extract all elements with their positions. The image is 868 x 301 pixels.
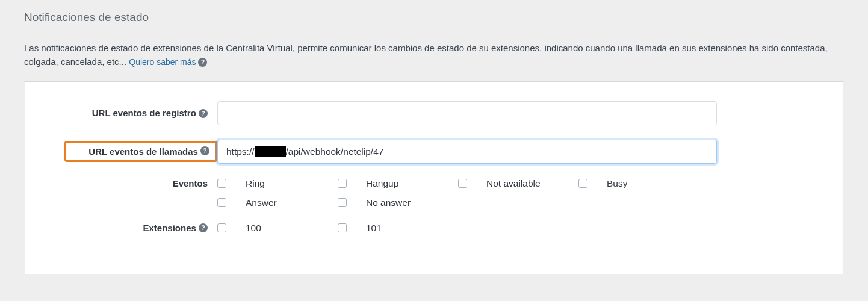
label-eventos: Eventos [37, 178, 217, 188]
checkbox-answer[interactable] [217, 198, 226, 207]
label-extensiones: Extensiones ? [37, 223, 217, 234]
help-icon[interactable]: ? [199, 223, 208, 232]
settings-card: URL eventos de registro ? URL eventos de… [24, 81, 844, 274]
label-url-llamadas-text: URL eventos de llamadas [88, 146, 197, 157]
extension-label: 101 [366, 223, 382, 234]
section-title: Notificaciones de estado [24, 11, 844, 24]
checkbox-ext-100[interactable] [217, 223, 226, 232]
checkbox-ext-101[interactable] [338, 223, 347, 232]
checkbox-ring[interactable] [217, 179, 226, 188]
evento-label: Hangup [366, 178, 398, 189]
extensiones-grid: 100 101 [217, 223, 717, 234]
help-icon: ? [198, 58, 207, 67]
row-extensiones: Extensiones ? 100 101 [37, 223, 831, 234]
extension-100: 100 [217, 223, 338, 234]
label-url-registro: URL eventos de registro ? [37, 108, 217, 119]
redacted-host [255, 146, 286, 157]
eventos-grid: Ring Hangup Not available Busy Answer [217, 178, 717, 208]
evento-hangup: Hangup [338, 178, 458, 189]
url-suffix: /api/webhook/netelip/47 [286, 146, 384, 157]
evento-busy: Busy [578, 178, 699, 189]
evento-answer: Answer [217, 197, 338, 208]
evento-label: Answer [246, 197, 277, 208]
checkbox-no-answer[interactable] [338, 198, 347, 207]
extension-label: 100 [246, 223, 261, 234]
learn-more-text: Quiero saber más [129, 57, 196, 67]
label-extensiones-text: Extensiones [143, 223, 196, 233]
evento-label: Busy [607, 178, 627, 189]
input-url-llamadas[interactable]: https:///api/webhook/netelip/47 [217, 140, 717, 164]
evento-not-available: Not available [458, 178, 578, 189]
help-icon[interactable]: ? [199, 109, 208, 118]
learn-more-link[interactable]: Quiero saber más ? [129, 57, 207, 67]
section-description: Las notificaciones de estado de extensio… [24, 41, 843, 69]
url-prefix: https:// [226, 146, 255, 157]
input-url-registro[interactable] [217, 101, 717, 125]
label-url-llamadas: URL eventos de llamadas ? [64, 141, 217, 162]
extension-101: 101 [338, 223, 458, 234]
evento-no-answer: No answer [338, 197, 458, 208]
evento-ring: Ring [217, 178, 338, 189]
row-url-registro: URL eventos de registro ? [37, 101, 831, 125]
evento-label: No answer [366, 197, 411, 208]
evento-label: Not available [486, 178, 541, 189]
label-url-registro-text: URL eventos de registro [92, 108, 196, 118]
checkbox-not-available[interactable] [458, 179, 467, 188]
row-eventos: Eventos Ring Hangup Not available Busy [37, 178, 831, 208]
help-icon[interactable]: ? [200, 146, 209, 155]
checkbox-busy[interactable] [578, 179, 587, 188]
row-url-llamadas: URL eventos de llamadas ? https:///api/w… [37, 140, 831, 164]
evento-label: Ring [246, 178, 265, 189]
checkbox-hangup[interactable] [338, 179, 347, 188]
